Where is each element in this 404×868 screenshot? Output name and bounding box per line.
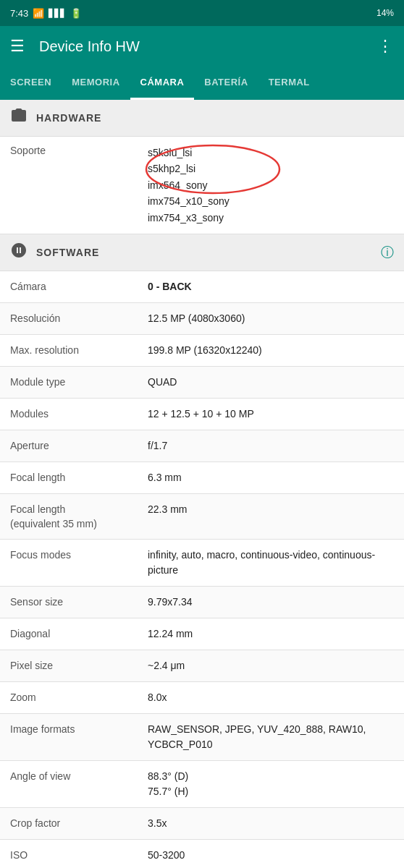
hardware-title: HARDWARE — [36, 112, 101, 124]
row-module-type: Module type QUAD — [0, 367, 404, 399]
camera-icon — [10, 107, 28, 129]
label-focal-length: Focal length — [10, 470, 148, 485]
row-zoom: Zoom 8.0x — [0, 682, 404, 714]
more-options-icon[interactable]: ⋮ — [377, 37, 394, 56]
row-camara: Cámara 0 - BACK — [0, 271, 404, 303]
row-resolucion: Resolución 12.5 MP (4080x3060) — [0, 303, 404, 335]
soporte-value-3: imx754_x10_sony — [148, 193, 230, 209]
row-angle-of-view: Angle of view 88.3° (D) 75.7° (H) — [0, 761, 404, 808]
row-iso: ISO 50-3200 — [0, 840, 404, 868]
value-focus-modes: infinity, auto, macro, continuous-video,… — [148, 548, 394, 578]
tab-termal[interactable]: TERMAL — [258, 67, 320, 100]
label-iso: ISO — [10, 848, 148, 863]
label-module-type: Module type — [10, 375, 148, 390]
label-pixel-size: Pixel size — [10, 658, 148, 673]
status-right: 14% — [376, 8, 394, 18]
row-focal-length-35: Focal length (equivalent 35 mm) 22.3 mm — [0, 494, 404, 540]
label-diagonal: Diagonal — [10, 626, 148, 642]
software-section-header: SOFTWARE ⓘ — [0, 234, 404, 271]
value-resolucion: 12.5 MP (4080x3060) — [148, 311, 394, 326]
status-bar: 7:43 📶 ▋▋▋ 🔋 14% — [0, 0, 404, 26]
value-camara: 0 - BACK — [148, 279, 394, 294]
row-diagonal: Diagonal 12.24 mm — [0, 618, 404, 650]
value-aperture: f/1.7 — [148, 438, 394, 454]
soporte-row: Soporte s5k3lu_lsi s5khp2_lsi imx564_son… — [0, 137, 404, 234]
value-iso: 50-3200 — [148, 848, 394, 863]
row-focal-length: Focal length 6.3 mm — [0, 462, 404, 494]
row-aperture: Aperture f/1.7 — [0, 430, 404, 462]
tab-camara[interactable]: CÁMARA — [130, 67, 195, 100]
soporte-value-0: s5k3lu_lsi — [148, 145, 230, 161]
soporte-value-1: s5khp2_lsi — [148, 161, 230, 176]
label-modules: Modules — [10, 407, 148, 422]
soporte-values: s5k3lu_lsi s5khp2_lsi imx564_sony imx754… — [148, 145, 230, 226]
label-camara: Cámara — [10, 279, 148, 294]
value-diagonal: 12.24 mm — [148, 626, 394, 642]
soporte-value-2: imx564_sony — [148, 177, 230, 193]
battery-icon: 🔋 — [70, 8, 82, 19]
soporte-label: Soporte — [10, 145, 148, 156]
row-max-resolution: Max. resolution 199.8 MP (16320x12240) — [0, 335, 404, 367]
label-resolucion: Resolución — [10, 311, 148, 326]
tab-screen[interactable]: SCREEN — [0, 67, 62, 100]
value-max-resolution: 199.8 MP (16320x12240) — [148, 343, 394, 358]
label-image-formats: Image formats — [10, 722, 148, 737]
toolbar: ☰ Device Info HW ⋮ — [0, 26, 404, 67]
label-crop-factor: Crop factor — [10, 816, 148, 831]
status-time: 7:43 — [10, 8, 28, 19]
signal-icons: ▋▋▋ — [49, 9, 66, 18]
value-image-formats: RAW_SENSOR, JPEG, YUV_420_888, RAW10, YC… — [148, 722, 394, 752]
app-title: Device Info HW — [39, 38, 377, 55]
label-max-resolution: Max. resolution — [10, 343, 148, 358]
value-focal-length: 6.3 mm — [148, 470, 394, 485]
tab-bateria[interactable]: BATERÍA — [194, 67, 258, 100]
value-focal-length-35: 22.3 mm — [148, 502, 394, 517]
row-image-formats: Image formats RAW_SENSOR, JPEG, YUV_420_… — [0, 714, 404, 761]
label-aperture: Aperture — [10, 438, 148, 454]
hamburger-icon[interactable]: ☰ — [10, 37, 25, 56]
software-rows: Cámara 0 - BACK Resolución 12.5 MP (4080… — [0, 271, 404, 868]
battery-percent: 14% — [376, 8, 394, 18]
value-zoom: 8.0x — [148, 690, 394, 705]
row-focus-modes: Focus modes infinity, auto, macro, conti… — [0, 540, 404, 587]
row-crop-factor: Crop factor 3.5x — [0, 808, 404, 840]
aperture-icon — [10, 242, 28, 263]
row-modules: Modules 12 + 12.5 + 10 + 10 MP — [0, 399, 404, 430]
status-left: 7:43 📶 ▋▋▋ 🔋 — [10, 8, 82, 19]
hardware-section-header: HARDWARE — [0, 100, 404, 137]
label-angle-of-view: Angle of view — [10, 769, 148, 784]
wifi-icon: 📶 — [33, 8, 44, 19]
tab-bar: SCREEN MEMORIA CÁMARA BATERÍA TERMAL — [0, 67, 404, 100]
tab-memoria[interactable]: MEMORIA — [62, 67, 130, 100]
value-module-type: QUAD — [148, 375, 394, 390]
value-pixel-size: ~2.4 μm — [148, 658, 394, 673]
value-angle-of-view: 88.3° (D) 75.7° (H) — [148, 769, 394, 799]
label-sensor-size: Sensor size — [10, 595, 148, 610]
label-zoom: Zoom — [10, 690, 148, 705]
label-focal-length-35: Focal length (equivalent 35 mm) — [10, 502, 148, 531]
soporte-value-4: imx754_x3_sony — [148, 210, 230, 226]
value-modules: 12 + 12.5 + 10 + 10 MP — [148, 407, 394, 422]
row-sensor-size: Sensor size 9.79x7.34 — [0, 587, 404, 618]
value-sensor-size: 9.79x7.34 — [148, 595, 394, 610]
value-crop-factor: 3.5x — [148, 816, 394, 831]
row-pixel-size: Pixel size ~2.4 μm — [0, 650, 404, 682]
label-focus-modes: Focus modes — [10, 548, 148, 563]
info-icon[interactable]: ⓘ — [381, 244, 394, 261]
software-title: SOFTWARE — [36, 247, 99, 258]
